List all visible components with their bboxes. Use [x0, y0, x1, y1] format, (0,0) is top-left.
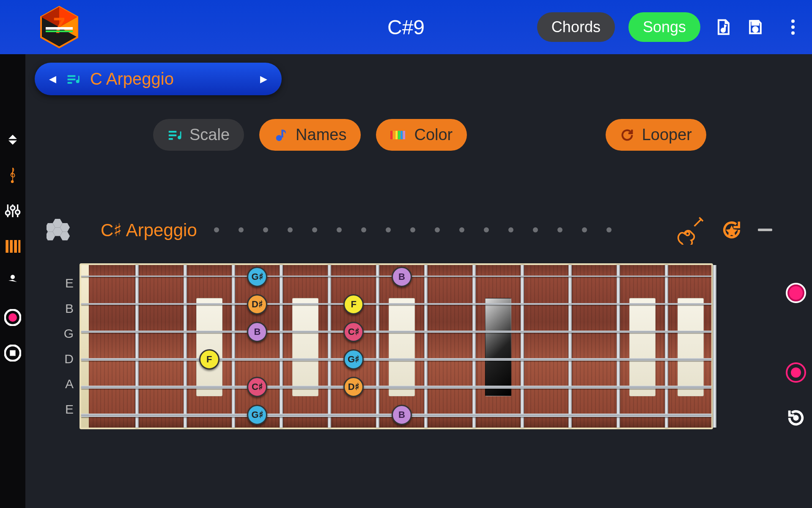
undo-icon[interactable]: [786, 408, 806, 428]
looper-button[interactable]: Looper: [606, 119, 706, 151]
save-icon[interactable]: [746, 18, 765, 36]
sidebar-left: [0, 54, 25, 508]
svg-rect-16: [14, 240, 17, 253]
svg-point-20: [8, 313, 17, 322]
overflow-menu-icon[interactable]: [787, 18, 799, 36]
string-labels: E B G D A E: [51, 263, 80, 429]
minimize-icon[interactable]: [758, 229, 772, 231]
svg-rect-40: [403, 131, 405, 139]
music-file-icon[interactable]: [714, 18, 732, 36]
fret-note[interactable]: B: [392, 267, 412, 287]
svg-point-9: [753, 27, 758, 32]
svg-text:7: 7: [53, 13, 66, 38]
record-button[interactable]: [786, 283, 806, 303]
svg-rect-39: [401, 131, 403, 139]
sequence-icon: [167, 128, 182, 142]
main-panel: ◀ C Arpeggio ▶ Scale: [25, 54, 812, 508]
string-label: A: [51, 372, 80, 396]
string-label: B: [51, 296, 80, 321]
svg-rect-15: [10, 240, 13, 253]
names-label: Names: [296, 126, 346, 144]
fret-note[interactable]: D♯: [343, 377, 364, 397]
stop-icon[interactable]: [3, 344, 22, 362]
looper-label: Looper: [642, 126, 692, 144]
fret-note[interactable]: F: [343, 294, 364, 315]
sliders-icon[interactable]: [3, 202, 22, 220]
replay-star-icon[interactable]: [721, 219, 743, 241]
svg-point-18: [11, 275, 15, 279]
svg-point-12: [11, 206, 15, 210]
string-label: G: [51, 321, 80, 346]
arpeggio-selector[interactable]: ◀ C Arpeggio ▶: [35, 63, 282, 95]
svg-rect-32: [180, 131, 181, 137]
svg-point-48: [794, 416, 798, 420]
svg-point-13: [16, 210, 20, 214]
app-header: 7 C#9 Chords Songs: [0, 0, 812, 54]
svg-rect-29: [169, 134, 176, 136]
svg-rect-14: [5, 240, 8, 253]
record-button-alt[interactable]: [786, 362, 806, 383]
string-label: E: [51, 397, 80, 422]
fret-note[interactable]: F: [199, 349, 219, 370]
fretboard-title: C♯ Arpeggio: [101, 220, 197, 240]
svg-rect-30: [169, 138, 173, 140]
string-label: E: [51, 271, 80, 295]
scale-button[interactable]: Scale: [153, 119, 244, 151]
fret-note[interactable]: D♯: [247, 294, 267, 315]
prev-icon[interactable]: ◀: [49, 74, 56, 85]
svg-rect-28: [169, 131, 176, 133]
guitar-icon[interactable]: [676, 215, 705, 245]
note-icon: [274, 128, 288, 142]
fretboard[interactable]: G♯BD♯FBC♯FG♯C♯D♯G♯B: [80, 263, 713, 429]
expand-collapse-icon[interactable]: [3, 130, 22, 149]
svg-rect-23: [68, 75, 76, 77]
svg-rect-35: [390, 131, 392, 139]
svg-rect-27: [78, 76, 80, 81]
string-label: D: [51, 347, 80, 371]
fret-position-dots[interactable]: [214, 227, 612, 232]
svg-rect-38: [398, 131, 400, 139]
loop-icon: [620, 128, 634, 142]
color-button[interactable]: Color: [376, 119, 467, 151]
fret-note[interactable]: B: [392, 405, 412, 425]
piano-icon[interactable]: [3, 237, 22, 256]
fret-note[interactable]: G♯: [343, 349, 364, 370]
arpeggio-selector-label: C Arpeggio: [90, 69, 174, 88]
fret-note[interactable]: G♯: [247, 267, 267, 287]
record-icon[interactable]: [3, 308, 22, 327]
names-button[interactable]: Names: [259, 119, 361, 151]
songs-button[interactable]: Songs: [628, 12, 700, 42]
svg-rect-22: [10, 350, 15, 356]
scale-label: Scale: [189, 126, 230, 144]
sidebar-right: [786, 283, 806, 428]
svg-point-47: [686, 232, 689, 235]
svg-rect-36: [393, 131, 395, 139]
svg-rect-37: [395, 131, 398, 139]
svg-rect-25: [68, 82, 72, 83]
app-logo: 7: [34, 6, 85, 48]
svg-rect-6: [46, 30, 73, 32]
treble-clef-icon[interactable]: [3, 166, 22, 185]
color-label: Color: [414, 126, 453, 144]
chord-title: C#9: [387, 16, 425, 39]
color-bars-icon: [390, 129, 406, 141]
svg-rect-24: [68, 78, 76, 80]
svg-rect-17: [18, 240, 20, 253]
sequence-icon: [66, 72, 80, 86]
svg-rect-5: [46, 27, 73, 30]
fret-note[interactable]: B: [247, 322, 267, 342]
svg-rect-34: [281, 130, 283, 137]
chords-button[interactable]: Chords: [537, 12, 615, 42]
svg-point-33: [276, 135, 282, 141]
hex-cluster-icon[interactable]: [47, 218, 71, 242]
fret-note[interactable]: G♯: [247, 405, 267, 425]
fret-note[interactable]: C♯: [343, 322, 364, 342]
svg-rect-8: [752, 21, 759, 25]
svg-point-11: [5, 211, 10, 215]
next-icon[interactable]: ▶: [260, 74, 267, 85]
conductor-icon[interactable]: [3, 273, 22, 291]
fret-note[interactable]: C♯: [247, 377, 267, 397]
svg-point-10: [11, 181, 14, 183]
